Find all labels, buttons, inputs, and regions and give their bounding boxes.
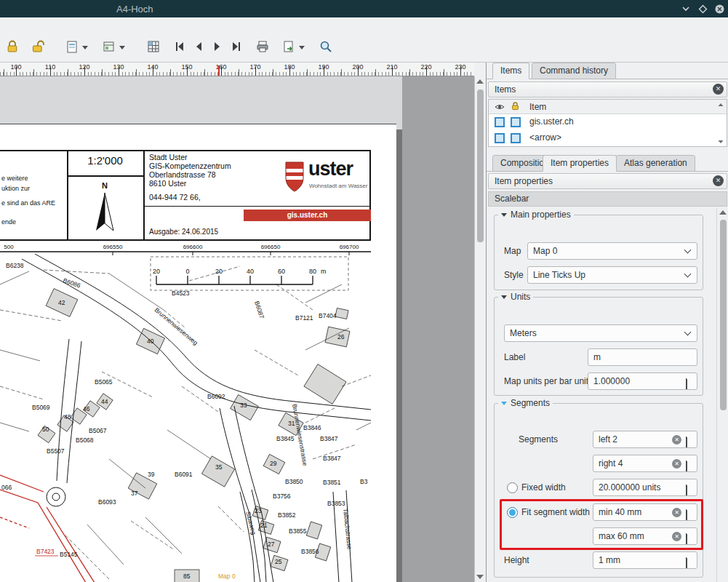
print-icon[interactable] (253, 37, 272, 56)
map-label: B3 (360, 478, 368, 485)
maximize-icon[interactable] (697, 3, 708, 15)
lock-icon[interactable] (3, 37, 22, 56)
clear-icon[interactable]: ✕ (672, 459, 681, 469)
tab-command-history[interactable]: Command history (532, 63, 616, 79)
item-row-arrow[interactable]: <arrow> (489, 130, 727, 146)
map-label: B3853 (327, 500, 345, 507)
chevron-down-icon[interactable] (82, 46, 88, 49)
chevron-down-icon[interactable] (299, 46, 305, 49)
map-label: B5069 (32, 404, 50, 411)
spin-arrows[interactable] (686, 434, 693, 448)
scrollbar-thumb[interactable] (720, 220, 727, 410)
map-label: 21 (260, 522, 268, 529)
map-label: 26 (337, 333, 345, 340)
map-label: B3847 (323, 455, 341, 462)
first-feature-icon[interactable] (170, 37, 189, 56)
address-line: Stadt Uster (149, 153, 188, 162)
item-properties-header: Item properties (488, 173, 727, 189)
scalebar-item[interactable]: 20020406080m (151, 257, 348, 290)
scalebar-number: 20 (215, 268, 223, 275)
group-title-main[interactable]: Main properties (498, 210, 574, 220)
next-feature-icon[interactable] (208, 37, 227, 56)
fit-segment-width-radio[interactable] (507, 507, 518, 518)
scroll-down-icon[interactable] (717, 140, 724, 144)
map-label: 37 (131, 490, 138, 497)
add-template-icon[interactable] (100, 37, 119, 56)
segments-left-spinner[interactable]: left 2✕ (593, 431, 697, 448)
ruler-mark: 210 (386, 63, 397, 71)
last-feature-icon[interactable] (227, 37, 246, 56)
scrollbar-thumb[interactable] (477, 89, 484, 242)
zoom-icon[interactable] (316, 37, 335, 56)
segments-right-spinner[interactable]: right 4✕ (593, 455, 697, 472)
properties-scrollbar[interactable] (716, 208, 728, 582)
spin-arrows[interactable] (686, 376, 693, 390)
map-label: B6092 (207, 393, 225, 400)
clear-icon[interactable]: ✕ (672, 508, 681, 517)
group-title-segments[interactable]: Segments (498, 398, 553, 408)
legend-fragment: e sind an das ARE (1, 199, 55, 207)
items-tree[interactable]: Item gis.uster.ch <arrow> (488, 99, 727, 147)
unlock-icon[interactable] (29, 37, 48, 56)
fixed-width-radio[interactable] (507, 482, 518, 493)
scroll-up-icon[interactable] (717, 103, 724, 107)
group-title-units[interactable]: Units (498, 292, 533, 302)
map-label: 33 (240, 402, 247, 409)
group-items-icon[interactable] (144, 37, 163, 56)
chevron-down-icon[interactable] (119, 46, 125, 49)
map-label: 40 (147, 338, 154, 345)
composer-canvas[interactable]: e weitere uktion zur e sind an das ARE e… (0, 76, 474, 582)
map-label: Map 0 (218, 573, 236, 580)
visibility-checkbox[interactable] (495, 117, 505, 127)
lock-checkbox[interactable] (511, 117, 521, 127)
lock-checkbox[interactable] (511, 133, 521, 143)
save-template-icon[interactable] (63, 37, 81, 56)
min-width-spinner[interactable]: min 40 mm✕ (593, 503, 697, 521)
style-select[interactable]: Line Ticks Up (527, 266, 697, 284)
scroll-up-icon[interactable] (476, 79, 484, 84)
canvas-vertical-scrollbar[interactable] (474, 76, 486, 582)
visibility-checkbox[interactable] (495, 133, 505, 143)
previous-feature-icon[interactable] (189, 37, 208, 56)
export-icon[interactable] (279, 37, 298, 56)
clear-icon[interactable]: ✕ (672, 532, 681, 541)
map-label: 25 (275, 558, 282, 565)
fixed-width-spinner[interactable]: 20.000000 units (593, 479, 697, 496)
legend-fragment: e weitere (1, 175, 28, 182)
scroll-up-icon[interactable] (719, 210, 727, 215)
spin-arrows[interactable] (686, 482, 693, 496)
height-spinner[interactable]: 1 mm (593, 551, 697, 569)
composition-page[interactable]: e weitere uktion zur e sind an das ARE e… (0, 124, 396, 582)
close-icon[interactable]: ✕ (713, 175, 724, 186)
ruler-mark: 200 (352, 63, 363, 71)
map-coordinate: 500 (4, 244, 14, 250)
map-label: 48 (64, 413, 71, 420)
tab-item-properties[interactable]: Item properties (543, 155, 617, 172)
tab-items[interactable]: Items (492, 63, 529, 79)
item-row-gis-uster[interactable]: gis.uster.ch (489, 114, 727, 130)
max-width-spinner[interactable]: max 60 mm✕ (593, 527, 697, 545)
map-label: 35 (215, 463, 223, 471)
tab-atlas-generation[interactable]: Atlas generation (616, 155, 695, 172)
unit-label-input[interactable]: m (588, 348, 697, 366)
map-coordinate: 696650 (261, 244, 281, 250)
map-coordinate: 696550 (103, 244, 123, 250)
shade-icon[interactable] (680, 3, 692, 15)
spin-arrows[interactable] (686, 458, 693, 472)
units-select[interactable]: Meters (504, 324, 697, 342)
spin-arrows[interactable] (686, 507, 693, 521)
map-coordinates: 500696550696600696650696700 (4, 244, 359, 250)
spin-arrows[interactable] (686, 531, 693, 545)
map-units-per-bar-unit-spinner[interactable]: 1.000000 (588, 372, 697, 390)
chevron-down-icon (684, 329, 692, 336)
close-icon[interactable] (713, 3, 725, 15)
scroll-down-icon[interactable] (476, 575, 484, 579)
collapse-icon (501, 402, 507, 405)
ruler-mark: 180 (284, 63, 295, 71)
spin-arrows[interactable] (686, 555, 693, 569)
map-select[interactable]: Map 0 (527, 242, 697, 260)
collapse-icon (501, 295, 507, 299)
close-icon[interactable]: ✕ (713, 84, 724, 95)
map-label: B3856 (301, 548, 319, 555)
map-item[interactable]: 500696550696600696650696700 (0, 241, 371, 582)
